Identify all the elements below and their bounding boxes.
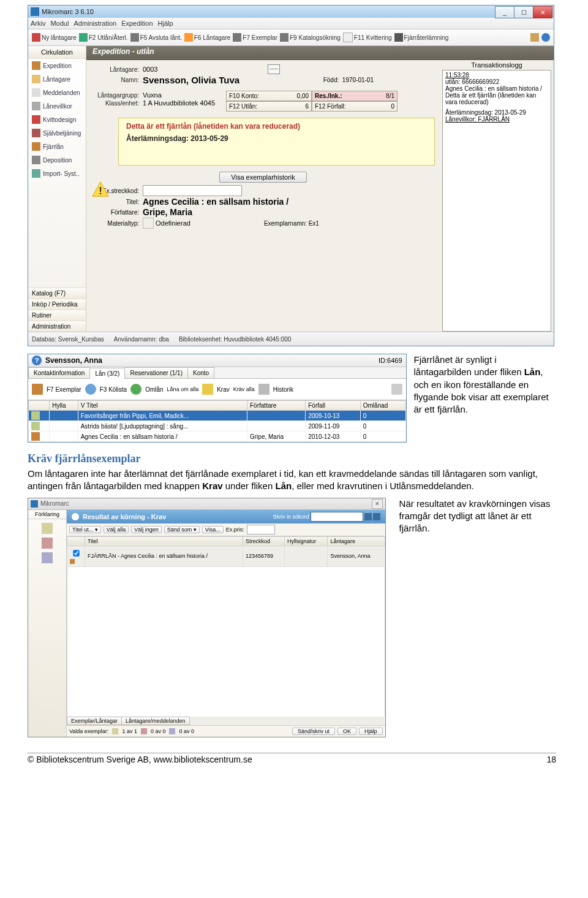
close-button[interactable]: ✕ xyxy=(533,6,552,18)
mail-icon xyxy=(32,88,40,97)
tb-ny-lantagare[interactable]: Ny låntagare xyxy=(32,33,77,42)
tab-kontakt[interactable]: Kontaktinformation xyxy=(28,367,90,378)
help-icon[interactable] xyxy=(541,33,550,42)
sidebar: Cirkulation Expedition Låntagare Meddela… xyxy=(28,46,86,332)
email-icon[interactable] xyxy=(268,64,280,74)
wrench-icon[interactable] xyxy=(530,33,539,42)
sidebar-expedition[interactable]: Expedition xyxy=(28,59,86,72)
borrower-id2: ID:6469 xyxy=(379,357,402,364)
krav-window: Mikromarc ✕ Förklaring Resultat av körni… xyxy=(28,498,386,737)
page-number: 18 xyxy=(546,755,556,764)
loans-row[interactable]: Astrids bästa! [Ljudupptagning] : sång..… xyxy=(29,421,406,432)
loans-row[interactable]: Favoritsånger från Pippi, Emil, Madick..… xyxy=(29,411,406,421)
bt-krav-alla[interactable]: Kräv alla xyxy=(233,386,255,392)
sidebar-meddelanden[interactable]: Meddelanden xyxy=(28,86,86,99)
book-icon xyxy=(32,384,43,395)
item-title: Agnes Cecilia : en sällsam historia / xyxy=(143,197,288,207)
material-icon xyxy=(143,218,154,229)
borrower-group: Vuxna xyxy=(143,91,162,99)
tab-konto[interactable]: Konto xyxy=(187,367,214,378)
sidebar-sjalvbetjaning[interactable]: Självbetjäning xyxy=(28,126,86,140)
minimize-button[interactable]: _ xyxy=(495,6,514,18)
tb-exemplar[interactable]: F7 Exemplar xyxy=(233,33,277,42)
menu-hjalp[interactable]: Hjälp xyxy=(158,20,173,27)
menu-modul[interactable]: Modul xyxy=(50,20,69,27)
status-user: Användarnamn: dba xyxy=(114,336,169,343)
expris-input[interactable] xyxy=(247,525,275,535)
bt-omlan[interactable]: Omlån xyxy=(145,386,163,393)
menu-administration[interactable]: Administration xyxy=(74,20,116,27)
menu-expedition[interactable]: Expedition xyxy=(121,20,153,27)
kt-tab1[interactable]: Exemplar/Låntagar xyxy=(67,717,122,725)
btn-sand[interactable]: Sänd/skriv ut xyxy=(292,728,335,735)
mikromarc-main-window: Mikromarc 3 6.10 _ ☐ ✕ Arkiv Modul Admin… xyxy=(28,5,554,346)
cell-utlan[interactable]: F12 Utlån:6 xyxy=(226,101,312,112)
cell-forfall[interactable]: F12 Förfall:0 xyxy=(312,101,398,112)
loans-row[interactable]: Agnes Cecilia : en sällsam historia /Gri… xyxy=(29,432,406,442)
printer-icon[interactable] xyxy=(391,384,402,395)
bt-krav[interactable]: Krav xyxy=(217,386,230,393)
tb-katalog[interactable]: F9 Katalogsökning xyxy=(280,33,341,42)
tb-avsluta[interactable]: F5 Avsluta lånt. xyxy=(130,33,182,42)
kt-valj-ingen[interactable]: Välj ingen xyxy=(131,526,162,533)
krav-row[interactable]: FJÄRRLÅN - Agnes Cecilia : en sällsam hi… xyxy=(67,546,385,566)
tb-lantagare[interactable]: F6 Låntagare xyxy=(184,33,231,42)
sidebar-header: Cirkulation xyxy=(28,46,86,59)
svg-text:!: ! xyxy=(99,185,102,197)
close-button[interactable]: ✕ xyxy=(372,499,383,509)
barcode-input[interactable] xyxy=(143,185,242,196)
sidebar-kvittodesign[interactable]: Kvittodesign xyxy=(28,113,86,126)
borrower-toolbar: F7 Exemplar F3 Kölista Omlån Låna om all… xyxy=(28,379,406,400)
bt-historik[interactable]: Historik xyxy=(273,386,293,393)
krav-search-input[interactable] xyxy=(311,512,363,522)
tb-utlan[interactable]: F2 Utlån/Återl. xyxy=(79,33,128,42)
maximize-button[interactable]: ☐ xyxy=(514,6,533,18)
borrower-dob: 1970-01-01 xyxy=(342,77,374,83)
btn-ok[interactable]: OK xyxy=(337,728,356,735)
end-icon xyxy=(130,33,139,42)
sidebar-lanevillkor[interactable]: Lånevillkor xyxy=(28,99,86,113)
sidebar-import[interactable]: Import- Syst.. xyxy=(28,167,86,180)
tab-lan[interactable]: Lån (3/2) xyxy=(89,368,125,379)
tb-fjarraterlamning[interactable]: Fjärråterlämning xyxy=(394,33,449,42)
cell-res[interactable]: Res./Ink.:8/1 xyxy=(312,91,398,101)
kt-title[interactable]: Titel ut... ▾ xyxy=(69,526,101,533)
search-icon xyxy=(280,33,288,42)
history-button[interactable]: Visa exemplarhistorik xyxy=(219,172,306,183)
statusbar: Databas: Svensk_Kursbas Användarnamn: db… xyxy=(28,332,554,346)
body-paragraph: Om låntagaren inte har återlämnat det fj… xyxy=(28,468,556,493)
sidebar-fjarrlan[interactable]: Fjärrlån xyxy=(28,140,86,153)
kt-visa[interactable]: Visa... xyxy=(202,526,224,533)
btn-hjalp[interactable]: Hjälp xyxy=(359,728,383,735)
krav-grid: Titel Streckkod Hyllsignatur Låntagare F… xyxy=(67,536,385,567)
log-body[interactable]: 11:53:28 utlån: 66666669922 Agnes Cecili… xyxy=(442,70,551,332)
help-icon[interactable]: ? xyxy=(32,356,42,365)
sidebar-admin[interactable]: Administration xyxy=(28,321,86,332)
kt-tab2[interactable]: Låntagare/meddelanden xyxy=(121,717,190,725)
sidebar-lantagare[interactable]: Låntagare xyxy=(28,72,86,86)
sidebar-katalog[interactable]: Katalog (F7) xyxy=(28,287,86,299)
tab-reservationer[interactable]: Reservationer (1/1) xyxy=(124,367,188,378)
borrower-titlebar: ? Svensson, Anna ID:6469 xyxy=(28,354,406,367)
bt-kolista[interactable]: F3 Kölista xyxy=(100,386,127,393)
kt-sand-som[interactable]: Sänd som ▾ xyxy=(164,526,200,533)
kt-valj-alla[interactable]: Välj alla xyxy=(104,526,129,533)
cell-konto[interactable]: F10 Konto:0,00 xyxy=(226,91,312,101)
sidebar-deposition[interactable]: Deposition xyxy=(28,153,86,167)
bt-lana-om-alla[interactable]: Låna om alla xyxy=(167,386,199,392)
borrower-icon xyxy=(184,33,193,42)
search-icon[interactable] xyxy=(364,513,372,520)
clock-icon xyxy=(85,384,96,395)
menu-arkiv[interactable]: Arkiv xyxy=(31,20,45,27)
tb-kvittering[interactable]: F11 Kvittering xyxy=(343,32,392,42)
row-checkbox[interactable] xyxy=(73,550,79,556)
bt-exemplar[interactable]: F7 Exemplar xyxy=(47,386,81,393)
go-icon[interactable] xyxy=(373,513,380,520)
user-icon xyxy=(32,33,40,42)
sidebar-inkop[interactable]: Inköp / Periodika xyxy=(28,299,86,310)
legend-icon xyxy=(169,728,175,734)
titlebar: Mikromarc 3 6.10 _ ☐ ✕ xyxy=(28,6,554,18)
sidebar-rutiner[interactable]: Rutiner xyxy=(28,310,86,321)
section-heading: Kräv fjärrlånsexemplar xyxy=(28,452,588,465)
book-icon xyxy=(32,61,40,70)
